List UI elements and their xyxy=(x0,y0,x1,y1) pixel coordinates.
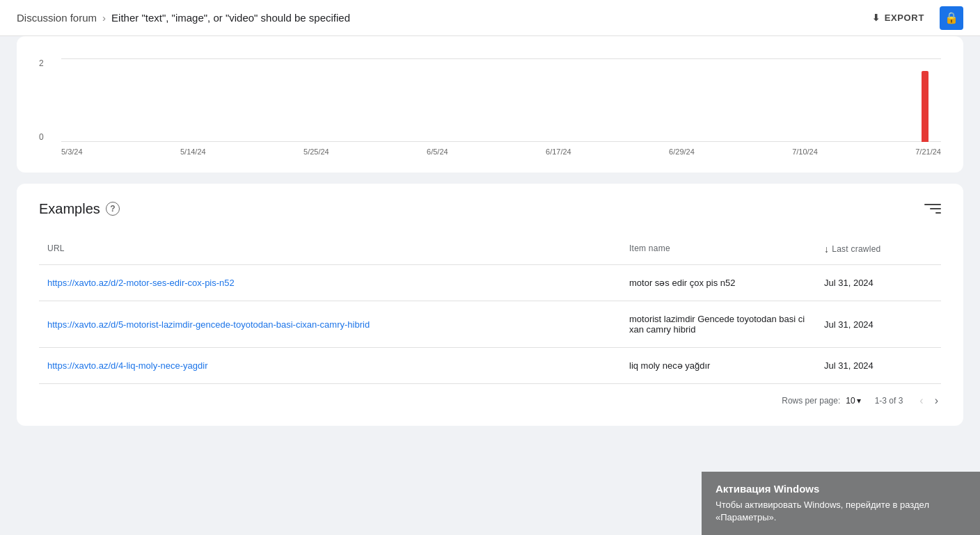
export-button[interactable]: ⬇ EXPORT xyxy=(865,8,931,27)
cell-url-1[interactable]: https://xavto.az/d/5-motorist-lazimdir-g… xyxy=(39,317,621,333)
table-header: URL Item name ↓ Last crawled xyxy=(39,234,941,265)
chart-area: 2 0 5/3/24 5/14/24 5/25/24 6/5/24 6/17/2… xyxy=(39,58,941,156)
chart-x-axis: 5/3/24 5/14/24 5/25/24 6/5/24 6/17/24 6/… xyxy=(61,147,941,156)
col-header-last-crawled-label: Last crawled xyxy=(832,244,880,254)
x-label-0: 5/3/24 xyxy=(61,147,83,156)
cell-url-0[interactable]: https://xavto.az/d/2-motor-ses-edir-cox-… xyxy=(39,275,621,291)
y-label-0: 0 xyxy=(39,132,56,142)
next-page-button[interactable]: › xyxy=(932,392,941,409)
export-label: EXPORT xyxy=(885,13,924,23)
breadcrumb-separator: › xyxy=(102,12,106,24)
rows-per-page: Rows per page: 10 ▾ xyxy=(782,396,860,406)
chart-baseline xyxy=(61,141,941,142)
chart-card: 2 0 5/3/24 5/14/24 5/25/24 6/5/24 6/17/2… xyxy=(17,36,963,173)
examples-card: Examples ? URL Item name ↓ Last crawled xyxy=(17,184,963,426)
main-content: 2 0 5/3/24 5/14/24 5/25/24 6/5/24 6/17/2… xyxy=(0,36,980,454)
prev-page-button[interactable]: ‹ xyxy=(917,392,926,409)
x-label-4: 6/17/24 xyxy=(546,147,571,156)
filter-line-2 xyxy=(930,208,941,209)
help-icon[interactable]: ? xyxy=(106,202,120,216)
rows-per-page-label: Rows per page: xyxy=(782,396,840,406)
filter-line-3 xyxy=(935,212,941,214)
chart-bar xyxy=(922,71,928,142)
x-label-7: 7/21/24 xyxy=(915,147,941,156)
examples-header: Examples ? xyxy=(39,200,941,217)
header: Discussion forum › Either "text", "image… xyxy=(0,0,980,36)
x-label-6: 7/10/24 xyxy=(792,147,818,156)
rows-per-page-value: 10 xyxy=(846,396,855,406)
cell-item-name-2: liq moly necə yağdır xyxy=(621,358,816,374)
table-row: https://xavto.az/d/5-motorist-lazimdir-g… xyxy=(39,301,941,348)
examples-title-row: Examples ? xyxy=(39,201,120,217)
lock-button[interactable]: 🔒 xyxy=(940,6,963,30)
chart-y-axis: 2 0 xyxy=(39,58,56,142)
header-actions: ⬇ EXPORT 🔒 xyxy=(865,6,963,30)
y-label-2: 2 xyxy=(39,58,56,68)
pagination-info: 1-3 of 3 xyxy=(875,396,903,406)
examples-title: Examples xyxy=(39,201,100,217)
breadcrumb: Discussion forum › Either "text", "image… xyxy=(17,12,350,24)
examples-table: URL Item name ↓ Last crawled https://xav… xyxy=(39,234,941,409)
sort-down-icon: ↓ xyxy=(824,243,829,255)
x-label-2: 5/25/24 xyxy=(303,147,329,156)
cell-last-crawled-0: Jul 31, 2024 xyxy=(816,275,941,291)
rows-per-page-select[interactable]: 10 ▾ xyxy=(846,396,860,406)
col-header-last-crawled[interactable]: ↓ Last crawled xyxy=(816,241,941,257)
download-icon: ⬇ xyxy=(872,13,880,23)
breadcrumb-current-page: Either "text", "image", or "video" shoul… xyxy=(111,12,350,24)
cell-url-2[interactable]: https://xavto.az/d/4-liq-moly-nece-yagdi… xyxy=(39,358,621,374)
cell-last-crawled-2: Jul 31, 2024 xyxy=(816,358,941,374)
x-label-1: 5/14/24 xyxy=(180,147,206,156)
cell-item-name-0: motor səs edir çox pis n52 xyxy=(621,275,816,291)
lock-icon: 🔒 xyxy=(945,11,958,24)
filter-icon[interactable] xyxy=(924,200,941,217)
table-footer: Rows per page: 10 ▾ 1-3 of 3 ‹ › xyxy=(39,384,941,409)
col-header-item-name: Item name xyxy=(621,241,816,257)
x-label-5: 6/29/24 xyxy=(669,147,695,156)
chart-top-line xyxy=(61,58,941,59)
col-header-url: URL xyxy=(39,241,621,257)
x-label-3: 6/5/24 xyxy=(427,147,448,156)
chart-plot xyxy=(61,58,941,142)
cell-item-name-1: motorist lazimdir Gencede toyotodan basi… xyxy=(621,311,816,337)
cell-last-crawled-1: Jul 31, 2024 xyxy=(816,317,941,333)
table-row: https://xavto.az/d/2-motor-ses-edir-cox-… xyxy=(39,265,941,301)
table-row: https://xavto.az/d/4-liq-moly-nece-yagdi… xyxy=(39,348,941,384)
page-navigation: ‹ › xyxy=(917,392,941,409)
filter-line-1 xyxy=(924,204,941,205)
breadcrumb-home[interactable]: Discussion forum xyxy=(17,12,97,24)
chevron-down-icon: ▾ xyxy=(857,396,861,406)
